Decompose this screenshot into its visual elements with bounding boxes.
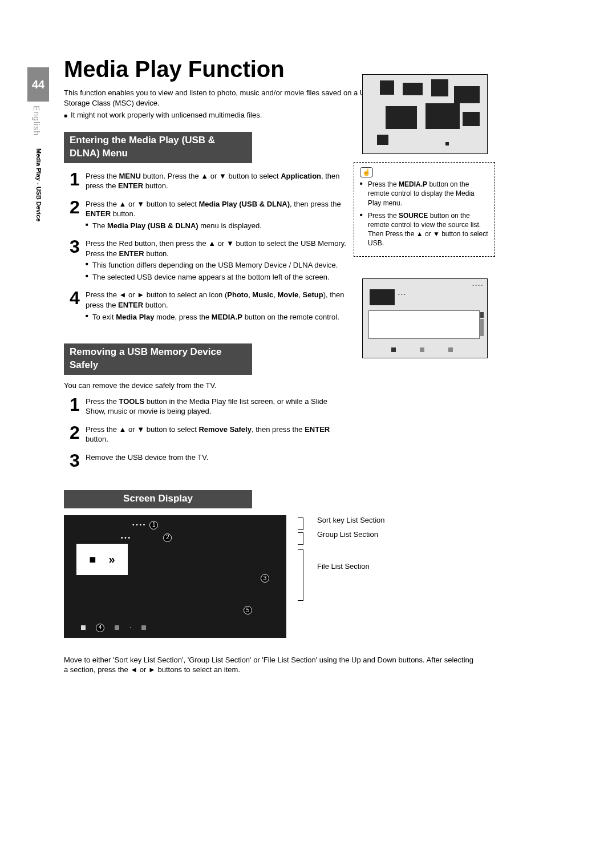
txt-bold: Media Play (USB & DLNA): [198, 200, 290, 208]
txt-bold: TOOLS: [119, 397, 145, 406]
section-head-screen-display: Screen Display: [64, 490, 252, 508]
legend-marker-5: 5: [244, 606, 252, 614]
step-body: Press the Red button, then press the ▲ o…: [86, 236, 349, 282]
thumbnail-placeholder: ■ »: [76, 544, 128, 575]
txt-bold: MEDIA.P: [399, 180, 427, 188]
txt: The: [92, 221, 107, 230]
screen-display-figure: • • • •1 • • • 2 ■ » 3 5 4 ·: [64, 515, 286, 638]
sub-note: To exit Media Play mode, press the MEDIA…: [86, 312, 349, 322]
sub-note: The selected USB device name appears at …: [86, 272, 349, 282]
tip-item: Press the SOURCE button on the remote co…: [360, 211, 489, 248]
legend-marker-3: 3: [261, 574, 269, 583]
bracket-guides: [298, 515, 306, 638]
tip-icon: ☝: [360, 167, 373, 177]
figure-file-list: • • • • • • •: [362, 278, 488, 358]
txt: Press the: [368, 180, 399, 188]
step-body: Press the ◄ or ► button to select an ico…: [86, 288, 349, 322]
step-body: Press the ▲ or ▼ button to select Remove…: [86, 422, 349, 444]
label-sort-key: Sort key List Section: [317, 515, 385, 525]
sec1-step-3: 3 Press the Red button, then press the ▲…: [64, 236, 349, 282]
step-body: Press the TOOLS button in the Media Play…: [86, 394, 349, 417]
txt-bold: Media Play (USB & DLNA): [107, 221, 198, 230]
txt-bold: Setup: [303, 290, 323, 299]
txt-bold: ENTER: [86, 209, 111, 218]
txt: To exit: [92, 313, 116, 321]
txt: Press the: [368, 212, 399, 220]
txt-bold: Photo: [227, 290, 248, 299]
sec1-step-1: 1 Press the MENU button. Press the ▲ or …: [64, 169, 349, 191]
legend-marker-1: 1: [149, 521, 158, 529]
step-body: Press the ▲ or ▼ button to select Media …: [86, 197, 349, 231]
txt: button.: [143, 181, 168, 190]
step-number: 1: [64, 394, 86, 414]
txt: button.: [111, 209, 135, 218]
sub-note: The Media Play (USB & DLNA) menu is disp…: [86, 221, 349, 231]
txt-bold: MEDIA.P: [212, 313, 242, 321]
screen-display-block: • • • •1 • • • 2 ■ » 3 5 4 · Sort key Li…: [64, 515, 554, 638]
sec1-step-2: 2 Press the ▲ or ▼ button to select Medi…: [64, 197, 349, 231]
txt: button. Press the ▲ or ▼ button to selec…: [141, 172, 281, 180]
step-number: 3: [64, 450, 86, 470]
step-body: Press the MENU button. Press the ▲ or ▼ …: [86, 169, 349, 191]
sec2-step-1: 1 Press the TOOLS button in the Media Pl…: [64, 394, 349, 417]
screen-display-labels: Sort key List Section Group List Section…: [317, 515, 385, 638]
txt: Press the ▲ or ▼ button to select: [86, 425, 198, 434]
label-group-list: Group List Section: [317, 529, 385, 540]
txt: button.: [143, 301, 168, 309]
txt-bold: Movie: [277, 290, 298, 299]
txt-bold: SOURCE: [399, 212, 428, 220]
txt-bold: ENTER: [118, 301, 143, 309]
legend-marker-4: 4: [96, 624, 104, 632]
side-language-label: English: [31, 106, 42, 136]
tip-item: Press the MEDIA.P button on the remote c…: [360, 180, 489, 208]
page-number-tab: 44: [27, 67, 49, 102]
tip-box: ☝ Press the MEDIA.P button on the remote…: [354, 162, 495, 257]
txt-bold: Music: [252, 290, 273, 299]
txt-bold: Media Play: [116, 313, 154, 321]
intro-note-text: It might not work properly with unlicens…: [71, 111, 262, 119]
legend-marker-2: 2: [163, 533, 172, 542]
txt-bold: ENTER: [118, 181, 143, 190]
txt: ,: [298, 290, 302, 299]
sub-note: This function differs depending on the U…: [86, 260, 349, 270]
txt-bold: ENTER: [119, 249, 144, 258]
sec1-step-4: 4 Press the ◄ or ► button to select an i…: [64, 288, 349, 322]
step-body: Remove the USB device from the TV.: [86, 450, 349, 463]
txt: menu is displayed.: [198, 221, 262, 230]
txt: Press the ▲ or ▼ button to select: [86, 200, 198, 208]
txt: , then press the: [252, 425, 305, 434]
sec2-step-2: 2 Press the ▲ or ▼ button to select Remo…: [64, 422, 349, 444]
sec2-intro: You can remove the device safely from th…: [64, 381, 554, 391]
label-file-list: File List Section: [317, 561, 385, 572]
txt: Press the ◄ or ► button to select an ico…: [86, 290, 227, 299]
txt: button on the remote control.: [242, 313, 339, 321]
step-number: 3: [64, 236, 86, 256]
step-number: 1: [64, 169, 86, 188]
step-number: 2: [64, 197, 86, 216]
txt-bold: Application: [281, 172, 321, 180]
side-chapter-label: Media Play - USB Device: [34, 148, 43, 221]
step-number: 4: [64, 288, 86, 307]
footnote-text: Move to either 'Sort key List Section', …: [64, 655, 475, 675]
txt-bold: MENU: [119, 172, 141, 180]
txt: mode, press the: [154, 313, 211, 321]
txt: button.: [86, 435, 108, 443]
txt-bold: Remove Safely: [198, 425, 252, 434]
txt-bold: ENTER: [305, 425, 330, 434]
section-head-removing: Removing a USB Memory Device Safely: [64, 343, 252, 375]
sec2-step-3: 3 Remove the USB device from the TV.: [64, 450, 349, 470]
figure-media-play-menu: [362, 74, 488, 154]
txt: , then press the: [290, 200, 341, 208]
txt: Press the: [86, 172, 119, 180]
step-number: 2: [64, 422, 86, 442]
txt: Press the: [86, 397, 119, 406]
txt: button.: [144, 249, 169, 258]
section-head-entering: Entering the Media Play (USB & DLNA) Men…: [64, 132, 252, 163]
